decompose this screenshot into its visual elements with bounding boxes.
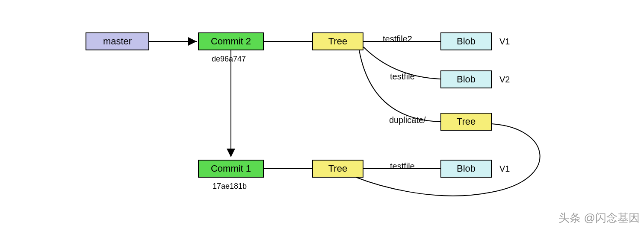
edge-label-duplicate: duplicate/	[389, 115, 426, 125]
watermark: 头条 @闪念基因	[558, 210, 640, 225]
tree-label: Tree	[457, 116, 476, 127]
tree-label: Tree	[328, 36, 347, 47]
edge-label-testfile2: testfile2	[383, 34, 412, 44]
blob-1: Blob	[440, 32, 492, 50]
edge-label-testfile-mid: testfile	[390, 72, 415, 82]
blob-2-version: V2	[499, 75, 510, 85]
blob-3-version: V1	[499, 164, 510, 174]
commit-1-hash: 17ae181b	[213, 182, 247, 191]
commit-label: Commit 2	[211, 36, 251, 47]
blob-3: Blob	[440, 160, 492, 178]
blob-2: Blob	[440, 70, 492, 88]
tree-top: Tree	[312, 32, 363, 50]
commit-label: Commit 1	[211, 163, 251, 174]
tree-label: Tree	[328, 163, 347, 174]
edge-label-testfile-bot: testfile	[390, 161, 415, 171]
blob-1-version: V1	[499, 37, 510, 47]
commit-1: Commit 1	[198, 160, 264, 178]
tree-bottom: Tree	[312, 160, 363, 178]
commit-2: Commit 2	[198, 32, 264, 50]
tree-duplicate: Tree	[440, 113, 492, 131]
blob-label: Blob	[457, 36, 476, 47]
blob-label: Blob	[457, 74, 476, 85]
branch-master: master	[86, 32, 149, 50]
blob-label: Blob	[457, 163, 476, 174]
branch-label: master	[103, 36, 132, 47]
commit-2-hash: de96a747	[212, 55, 246, 64]
